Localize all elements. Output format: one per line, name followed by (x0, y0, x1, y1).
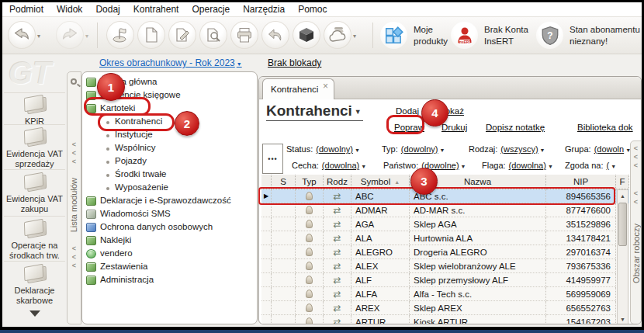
page-title[interactable]: Kontrahenci▼ (266, 102, 363, 121)
brak-blokady-link[interactable]: Brak blokady (268, 57, 321, 68)
expand-modules-arrow-icon[interactable] (29, 310, 40, 317)
nip-cell: 569959069 (546, 287, 616, 301)
menu-item-kontrahent[interactable]: Kontrahent (133, 4, 179, 15)
moje-produkty-button[interactable]: Moje produkty (380, 22, 448, 49)
table-row[interactable]: ⇄ALFSklep przemysłowy ALF414959977 (261, 273, 629, 287)
filter-cecha[interactable]: Cecha:(dowolna)▼ (292, 161, 366, 170)
find-document-button[interactable] (199, 21, 227, 49)
tree-item-administracja[interactable]: Administracja (82, 274, 257, 287)
table-row[interactable]: ⇄ARTURKiosk ARTUR154167203 (261, 315, 629, 324)
filter-value[interactable]: (dowolny) (316, 144, 353, 154)
menu-item-operacje[interactable]: Operacje (192, 4, 230, 15)
module-list-collapse-strip[interactable]: < < < Lista modułów < < < (67, 71, 81, 324)
filter-status[interactable]: Status:(dowolny)▼ (286, 144, 360, 154)
menu-item-dodaj[interactable]: Dodaj (95, 4, 119, 15)
nazwa-cell: Sklep wielobranżowy ALE (410, 259, 546, 273)
tree-item-wyposażenie[interactable]: Wyposażenie (82, 182, 257, 195)
bidirectional-arrows-icon: ⇄ (333, 275, 341, 286)
type-cell (296, 259, 324, 273)
filter-grupa[interactable]: Grupa:(dowoln▼ (565, 144, 631, 154)
menu-item-narzędzia[interactable]: Narzędzia (243, 4, 285, 15)
filter-rodzaj[interactable]: Rodzaj:(wszyscy)▼ (469, 144, 545, 154)
table-row[interactable]: ⇄ALFAAlfa - Tech s.c.569959069 (261, 287, 629, 301)
edit-document-button[interactable] (168, 21, 196, 49)
tree-item-deklaracje-i-e-sprawozdawczość[interactable]: Deklaracje i e-Sprawozdawczość (82, 195, 257, 208)
table-row[interactable]: ⇄ALEXSklep wielobranżowy ALE793675336 (261, 259, 629, 273)
column-header-f[interactable]: F (616, 175, 629, 189)
cube-module-button[interactable] (293, 21, 320, 49)
undo-button[interactable] (261, 21, 289, 49)
tree-item-wspólnicy[interactable]: Wspólnicy (82, 142, 257, 155)
table-row[interactable]: ⇄ALEGRODrogeria ALEGRO297016374 (261, 245, 629, 259)
close-icon[interactable]: × (323, 81, 328, 92)
nazwa-cell: Sklep przemysłowy ALF (410, 273, 546, 287)
new-document-button[interactable] (137, 21, 165, 49)
print-button[interactable] (230, 21, 258, 49)
module-item-4[interactable]: Deklaracje skarbowe (2, 264, 67, 306)
tree-item-ochrona-danych-osobowych[interactable]: Ochrona danych osobowych (82, 221, 257, 234)
tree-item-naklejki[interactable]: Naklejki (82, 234, 257, 248)
tree-item-wiadomości-sms[interactable]: Wiadomości SMS (82, 208, 257, 221)
tree-item-vendero[interactable]: vendero (82, 248, 257, 261)
table-scrollbar[interactable]: ▲ ▼ (617, 189, 628, 324)
toolbar-separator (97, 23, 98, 48)
stamp-button[interactable] (106, 21, 134, 49)
filter-value[interactable]: ( (607, 161, 610, 170)
menu-item-widok[interactable]: Widok (57, 4, 82, 15)
filter-value[interactable]: (dowolna) (322, 161, 359, 170)
bidirectional-arrows-icon: ⇄ (333, 219, 341, 230)
table-row[interactable]: ⇄ALAHurtownia ALA134178421 (261, 231, 629, 245)
tree-item-środki-trwałe[interactable]: Środki trwałe (82, 168, 257, 182)
dopisz-notatke-link[interactable]: Dopisz notatkę (486, 123, 545, 132)
subscription-status-button[interactable]: ? Stan abonamentu nieznany! (536, 22, 640, 49)
kind-cell: ⇄ (324, 259, 351, 273)
filter-value[interactable]: (dowolny) (401, 144, 438, 154)
stamp-flag-icon (111, 26, 130, 44)
kind-cell: ⇄ (324, 203, 351, 217)
filter-typ[interactable]: Typ:(dowolny)▼ (382, 144, 445, 154)
filter-label: Grupa: (565, 144, 591, 154)
module-item-1[interactable]: Ewidencja VAT sprzedaży (2, 127, 67, 169)
cloud-dropdown-icon[interactable]: ▾ (353, 33, 356, 40)
stickers-icon (86, 236, 96, 245)
module-item-3[interactable]: Operacje na środkach trw. (2, 219, 67, 261)
nazwa-cell: Sklep AREX (410, 301, 546, 315)
back-dropdown-icon[interactable]: ▾ (37, 33, 40, 40)
menu-item-pomoc[interactable]: Pomoc (298, 4, 327, 15)
chevron-down-icon: ▼ (548, 164, 553, 169)
tree-item-zestawienia[interactable]: Zestawienia (82, 261, 257, 274)
filter-flaga[interactable]: Flaga:(dowolna)▼ (482, 161, 553, 170)
workspace-collapse-strip[interactable]: < < < < < Obszar roboczy (630, 140, 642, 324)
forward-dropdown-icon[interactable]: ▾ (85, 33, 88, 40)
module-divider (4, 261, 65, 262)
tab-kontrahenci[interactable]: Kontrahenci × (262, 78, 334, 99)
table-row[interactable]: ⇄ADMARAD-MAR s.c.877476600 (261, 203, 629, 217)
scroll-down-icon[interactable]: ▼ (618, 314, 628, 324)
nav-back-button[interactable] (8, 21, 36, 49)
filter-value[interactable]: (dowoln (594, 144, 625, 154)
chevron-down-icon: ▼ (439, 147, 445, 153)
accounting-period-link[interactable]: Okres obrachunkowy - Rok 2023▼ (99, 57, 242, 68)
type-cell (296, 301, 324, 315)
table-row[interactable]: ⇄AREXSklep AREX656552763 (261, 301, 629, 315)
drukuj-link[interactable]: Drukuj (441, 123, 467, 132)
module-item-label: Operacje na środkach trw. (2, 241, 67, 261)
menu-item-podmiot[interactable]: Podmiot (9, 4, 43, 15)
scroll-up-icon[interactable]: ▲ (618, 190, 628, 201)
module-item-0[interactable]: KPiR (2, 95, 67, 127)
filter-zgodana[interactable]: Zgoda na:(▼ (565, 161, 616, 170)
table-row[interactable]: ⇄AGASklep AGA351529896 (261, 217, 629, 231)
filter-label: Państwo: (383, 161, 418, 170)
symbol-cell: AREX (351, 301, 410, 315)
filter-value[interactable]: (wszyscy) (500, 144, 538, 154)
cloud-services-button[interactable] (324, 21, 351, 49)
type-cell (296, 203, 324, 217)
module-item-2[interactable]: Ewidencja VAT zakupu (2, 172, 67, 214)
scrollbar-thumb[interactable] (618, 203, 627, 246)
status-cell (272, 231, 296, 245)
nav-forward-button[interactable] (56, 21, 84, 49)
filter-value[interactable]: (dowolna) (509, 161, 546, 170)
biblioteka-dokumentow-link[interactable]: Biblioteka dok (577, 123, 633, 132)
tree-item-pojazdy[interactable]: Pojazdy (82, 155, 257, 168)
insert-account-button[interactable]: InsERT Brak Konta InsERT (451, 22, 528, 49)
